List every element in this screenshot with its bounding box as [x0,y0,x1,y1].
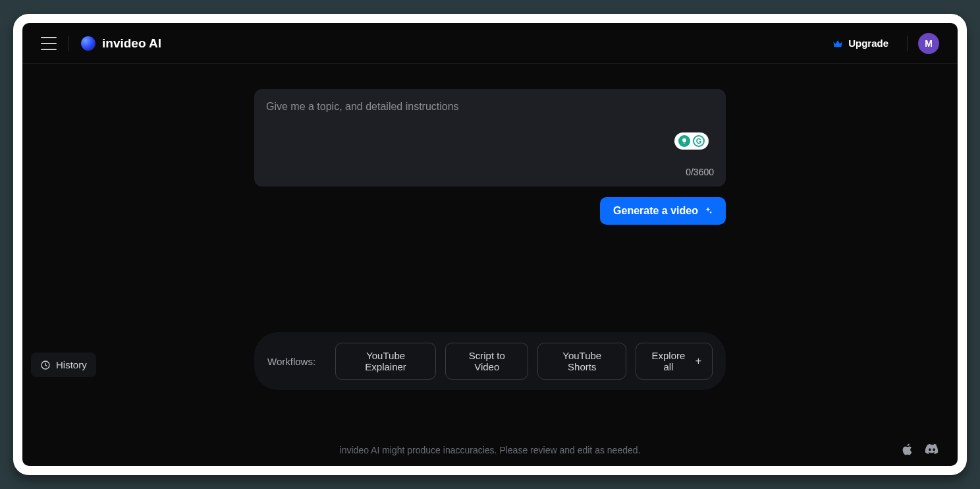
generate-video-button[interactable]: Generate a video [600,197,726,225]
workflows-bar: Workflows: YouTube Explainer Script to V… [254,332,726,390]
history-button[interactable]: History [31,353,96,377]
divider [68,36,69,51]
prompt-input[interactable] [266,101,714,164]
generate-row: Generate a video [254,197,726,225]
header: invideo AI Upgrade M [22,23,958,64]
bulb-icon [678,135,690,147]
char-count: 0/3600 [266,167,714,177]
disclaimer-text: invideo AI might produce inaccuracies. P… [340,445,641,455]
plus-icon: + [695,356,701,366]
writing-assist-badge[interactable]: G [674,132,709,150]
main-content: G 0/3600 Generate a video History Workfl… [22,64,958,466]
footer: invideo AI might produce inaccuracies. P… [22,434,958,466]
workflow-script-to-video[interactable]: Script to Video [445,343,528,380]
discord-icon[interactable] [925,444,939,457]
workflow-explore-all[interactable]: Explore all + [636,343,713,380]
workflow-youtube-shorts[interactable]: YouTube Shorts [537,343,626,380]
history-label: History [56,359,87,370]
grammarly-icon: G [693,135,705,147]
workflow-chip-label: YouTube Explainer [346,350,425,372]
workflow-chip-label: Script to Video [456,350,517,372]
upgrade-button[interactable]: Upgrade [825,34,896,53]
apple-icon[interactable] [902,443,914,458]
generate-label: Generate a video [613,205,698,217]
workflow-youtube-explainer[interactable]: YouTube Explainer [335,343,436,380]
app-window: invideo AI Upgrade M G [13,14,967,475]
header-right: Upgrade M [825,33,939,54]
crown-icon [832,39,843,48]
brand-logo-icon [81,36,95,51]
clock-icon [40,360,51,370]
workflow-chip-label: YouTube Shorts [549,350,615,372]
sparkle-icon [703,206,713,216]
avatar[interactable]: M [918,33,939,54]
workflows-label: Workflows: [267,356,315,367]
upgrade-label: Upgrade [848,38,888,49]
brand-home[interactable]: invideo AI [81,36,161,51]
header-left: invideo AI [41,36,161,51]
avatar-initial: M [925,38,933,49]
divider [907,36,908,51]
brand-name: invideo AI [102,36,161,51]
footer-icons [902,443,939,458]
explore-label: Explore all [647,350,690,372]
prompt-card: G 0/3600 [254,89,726,187]
menu-icon[interactable] [41,37,57,50]
